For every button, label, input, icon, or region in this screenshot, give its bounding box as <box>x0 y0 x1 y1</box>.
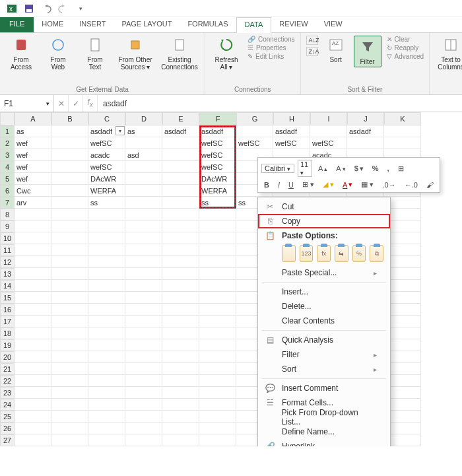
tab-data[interactable]: DATA <box>236 17 272 33</box>
cell-D13[interactable] <box>125 268 162 280</box>
underline-button[interactable]: U <box>286 180 296 190</box>
cell-D19[interactable] <box>125 339 162 351</box>
border-button[interactable]: ▦ ▾ <box>358 179 376 190</box>
cell-C14[interactable] <box>88 280 125 292</box>
cell-B2[interactable] <box>51 137 88 149</box>
cell-B16[interactable] <box>51 304 88 316</box>
paste-option-2[interactable]: fx <box>317 245 331 262</box>
connections-item[interactable]: 🔗Connections <box>248 36 295 43</box>
cell-B21[interactable] <box>51 363 88 375</box>
tab-view[interactable]: VIEW <box>316 17 350 32</box>
cell-D20[interactable] <box>125 351 162 363</box>
save-icon[interactable] <box>24 3 34 14</box>
undo-icon[interactable] <box>41 3 51 14</box>
from-text-button[interactable]: FromText <box>79 36 111 71</box>
cell-D17[interactable] <box>125 316 162 327</box>
cell-C1[interactable]: asdadf▾ <box>88 125 125 137</box>
merge-center-button[interactable]: ⊞ <box>395 163 407 174</box>
cell-C10[interactable] <box>88 232 125 244</box>
cell-C13[interactable] <box>88 268 125 280</box>
cell-B17[interactable] <box>51 316 88 327</box>
decrease-decimal-button[interactable]: .0→ <box>380 180 399 190</box>
cell-F9[interactable] <box>199 221 236 232</box>
menu-copy[interactable]: ⎘Copy <box>258 214 390 228</box>
row-header-3[interactable]: 3 <box>0 149 15 161</box>
select-all-corner[interactable] <box>0 112 15 125</box>
cell-C12[interactable] <box>88 256 125 268</box>
row-header-15[interactable]: 15 <box>0 292 15 304</box>
increase-font-button[interactable]: A▴ <box>315 163 330 174</box>
row-header-8[interactable]: 8 <box>0 209 15 221</box>
cell-B20[interactable] <box>51 351 88 363</box>
cell-B13[interactable] <box>51 268 88 280</box>
cell-B10[interactable] <box>51 232 88 244</box>
advanced-item[interactable]: ▽Advanced <box>387 53 424 60</box>
comma-format-button[interactable]: , <box>385 163 392 174</box>
cell-B19[interactable] <box>51 339 88 351</box>
cell-F21[interactable] <box>199 363 236 375</box>
cell-C9[interactable] <box>88 221 125 232</box>
row-header-21[interactable]: 21 <box>0 363 15 375</box>
cell-E6[interactable] <box>162 185 199 197</box>
cell-F2[interactable]: wefSC <box>199 137 236 149</box>
cell-C5[interactable]: DAcWR <box>88 173 125 185</box>
cell-F3[interactable]: wefSC <box>199 149 236 161</box>
cell-A6[interactable]: Cwc <box>15 185 51 197</box>
col-header-K[interactable]: K <box>384 112 421 125</box>
cell-F11[interactable] <box>199 244 236 256</box>
cell-D12[interactable] <box>125 256 162 268</box>
cell-A15[interactable] <box>15 292 51 304</box>
from-other-sources-button[interactable]: From OtherSources ▾ <box>116 36 154 71</box>
tab-review[interactable]: REVIEW <box>271 17 315 32</box>
cell-F4[interactable]: wefSC <box>199 161 236 173</box>
cell-E4[interactable] <box>162 161 199 173</box>
clear-item[interactable]: ✕Clear <box>387 36 424 43</box>
cell-A13[interactable] <box>15 268 51 280</box>
edit-links-item[interactable]: ✎Edit Links <box>248 53 295 60</box>
paste-option-1[interactable]: 123 <box>300 245 314 262</box>
tab-file[interactable]: FILE <box>0 17 34 32</box>
decrease-font-button[interactable]: A▾ <box>333 163 348 174</box>
row-header-19[interactable]: 19 <box>0 339 15 351</box>
menu-pick-from-list[interactable]: Pick From Drop-down List... <box>258 410 390 425</box>
cell-D2[interactable] <box>125 137 162 149</box>
row-header-18[interactable]: 18 <box>0 327 15 339</box>
cell-J2[interactable] <box>347 137 384 149</box>
cell-E5[interactable] <box>162 173 199 185</box>
col-header-B[interactable]: B <box>51 112 88 125</box>
text-to-columns-button[interactable]: Text toColumns <box>435 36 462 71</box>
cell-B9[interactable] <box>51 221 88 232</box>
col-header-D[interactable]: D <box>125 112 162 125</box>
cell-D15[interactable] <box>125 292 162 304</box>
borders-button[interactable]: ⊞ ▾ <box>300 179 317 190</box>
increase-decimal-button[interactable]: ←.0 <box>402 180 420 190</box>
cancel-formula-button[interactable]: ✕ <box>54 95 69 112</box>
cell-A2[interactable]: wef <box>15 137 51 149</box>
cell-E17[interactable] <box>162 316 199 327</box>
cell-E25[interactable] <box>162 411 199 423</box>
cell-F26[interactable] <box>199 423 236 434</box>
tab-insert[interactable]: INSERT <box>71 17 114 32</box>
cell-C4[interactable]: wefSC <box>88 161 125 173</box>
cell-B24[interactable] <box>51 399 88 411</box>
row-header-17[interactable]: 17 <box>0 316 15 327</box>
cell-C16[interactable] <box>88 304 125 316</box>
cell-B22[interactable] <box>51 375 88 387</box>
row-header-25[interactable]: 25 <box>0 411 15 423</box>
cell-D3[interactable]: asd <box>125 149 162 161</box>
cell-F23[interactable] <box>199 387 236 399</box>
cell-A4[interactable]: wef <box>15 161 51 173</box>
menu-filter[interactable]: Filter <box>258 347 390 362</box>
from-access-button[interactable]: FromAccess <box>5 36 37 71</box>
cell-E7[interactable] <box>162 197 199 209</box>
menu-quick-analysis[interactable]: ▤Quick Analysis <box>258 333 390 347</box>
paste-option-3[interactable]: ⇆ <box>335 245 348 262</box>
row-header-5[interactable]: 5 <box>0 173 15 185</box>
fill-color-button[interactable]: ◢ ▾ <box>320 179 337 190</box>
cell-A11[interactable] <box>15 244 51 256</box>
col-header-G[interactable]: G <box>236 112 273 125</box>
row-header-22[interactable]: 22 <box>0 375 15 387</box>
cell-F20[interactable] <box>199 351 236 363</box>
cell-D26[interactable] <box>125 423 162 434</box>
formula-value[interactable]: asdadf <box>98 99 462 108</box>
